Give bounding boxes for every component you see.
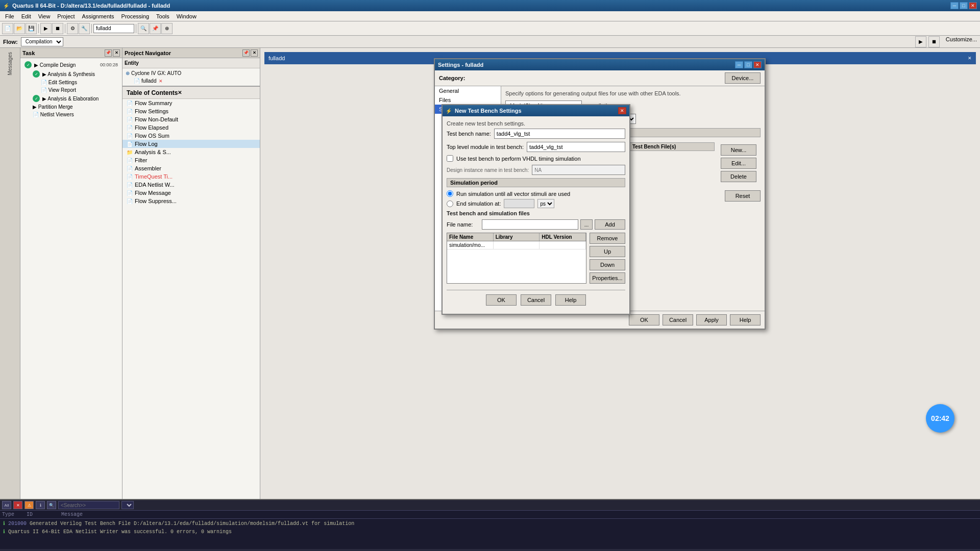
sim-end-unit[interactable]: ps [537, 199, 554, 208]
pin-btn[interactable]: 📌 [150, 23, 161, 34]
delete-tb-button[interactable]: Delete [721, 171, 756, 182]
help-button[interactable]: Help [555, 294, 586, 306]
toc-item-timequest[interactable]: 📄TimeQuest Ti... [122, 172, 260, 181]
task-panel-close[interactable]: ✕ [113, 49, 120, 57]
msg-info-btn[interactable]: ℹ [36, 501, 45, 509]
edit-tb-button[interactable]: Edit... [721, 158, 756, 169]
new-btn[interactable]: 📄 [2, 23, 13, 34]
design-instance-input[interactable] [532, 165, 625, 175]
minimize-button[interactable]: ─ [950, 2, 959, 9]
menu-tools[interactable]: Tools [153, 13, 173, 20]
toc-item-flow-settings[interactable]: 📄Flow Settings [122, 107, 260, 115]
settings-apply-btn[interactable]: Apply [696, 314, 727, 325]
settings-minimize[interactable]: ─ [735, 61, 743, 68]
toc-item-analysis[interactable]: 📁Analysis & S... [122, 148, 260, 156]
settings-cancel-btn[interactable]: Cancel [663, 314, 693, 325]
msg-search-input[interactable] [58, 501, 119, 509]
task-analysis-elab[interactable]: ✓ ▶ Analysis & Elaboration [22, 94, 120, 103]
stop-btn[interactable]: ⏹ [52, 23, 63, 34]
browse-button[interactable]: ... [580, 219, 593, 230]
vhdl-checkbox[interactable] [447, 155, 453, 162]
toc-item-filter[interactable]: 📄Filter [122, 156, 260, 164]
device-button[interactable]: Device... [725, 72, 761, 84]
project-search-input[interactable] [93, 24, 134, 33]
msg-warning-btn[interactable]: ⚠ [24, 501, 34, 509]
settings-ok-btn[interactable]: OK [629, 314, 659, 325]
file-table-row-0[interactable]: simulation/mo... [447, 241, 586, 249]
toc-item-flow-nondefault[interactable]: 📄Flow Non-Default [122, 115, 260, 123]
close-button[interactable]: ✕ [969, 2, 977, 9]
add-file-button[interactable]: Add [595, 219, 625, 230]
fulladd-close[interactable]: ✕ [968, 56, 972, 61]
project-navigator-title: Project Navigator [125, 50, 171, 56]
msg-all-btn[interactable]: All [2, 501, 11, 509]
reset-button[interactable]: Reset [725, 190, 761, 202]
msg-error-btn[interactable]: ✕ [13, 501, 22, 509]
settings-btn[interactable]: ⚙ [67, 23, 78, 34]
settings-close[interactable]: ✕ [753, 61, 762, 68]
settings-help-btn[interactable]: Help [730, 314, 761, 325]
save-btn[interactable]: 💾 [26, 23, 37, 34]
menu-processing[interactable]: Processing [118, 13, 152, 20]
flow-run-btn[interactable]: ▶ [915, 36, 926, 47]
toc-item-flow-msg[interactable]: 📄Flow Message [122, 189, 260, 197]
msg-search-combo[interactable] [121, 501, 134, 509]
menu-view[interactable]: View [35, 13, 54, 20]
device-btn[interactable]: 🔧 [79, 23, 90, 34]
bench-name-input[interactable] [494, 129, 625, 139]
sim-end-value[interactable] [504, 199, 534, 208]
tree-fulladd[interactable]: 📄 fulladd ✕ [124, 77, 259, 85]
flow-combo[interactable]: Compilation [21, 37, 63, 46]
task-netlist-viewers[interactable]: 📄 Netlist Viewers [22, 111, 120, 118]
remove-btn[interactable]: Remove [590, 233, 625, 244]
settings-category-label: Category: [439, 75, 465, 81]
task-view-report[interactable]: 📄 View Report [22, 86, 120, 94]
radio1[interactable] [447, 190, 453, 197]
flow-stop-btn[interactable]: ⏹ [928, 36, 940, 47]
zoom-in-btn[interactable]: 🔍 [138, 23, 149, 34]
toc-item-flow-suppress[interactable]: 📄Flow Suppress... [122, 197, 260, 205]
task-partition[interactable]: ▶ Partition Merge [22, 103, 120, 111]
cancel-button[interactable]: Cancel [521, 294, 551, 306]
radio2-label: End simulation at: [456, 201, 501, 207]
messages-tab-label[interactable]: Messages [6, 50, 14, 78]
task-analysis-synthesis[interactable]: ✓ ▶ Analysis & Synthesis [22, 69, 120, 79]
ok-button[interactable]: OK [486, 294, 517, 306]
menu-assignments[interactable]: Assignments [79, 13, 117, 20]
down-btn[interactable]: Down [590, 259, 625, 270]
maximize-button[interactable]: □ [960, 2, 968, 9]
toc-item-flow-summary[interactable]: 📄Flow Summary [122, 99, 260, 107]
toc-item-flow-os-sum[interactable]: 📄Flow OS Sum [122, 132, 260, 140]
top-module-input[interactable] [527, 142, 625, 152]
toc-item-eda-netlist[interactable]: 📄EDA Netlist W... [122, 181, 260, 189]
cat-general[interactable]: General [435, 86, 501, 95]
open-btn[interactable]: 📂 [14, 23, 25, 34]
compile-btn[interactable]: ▶ [40, 23, 52, 34]
up-btn[interactable]: Up [590, 246, 625, 257]
toc-item-flow-log[interactable]: 📄Flow Log [122, 140, 260, 148]
task-compile-design[interactable]: ✓ ▶ Compile Design 00:00:28 [22, 60, 120, 69]
task-panel-pin[interactable]: 📌 [105, 49, 112, 57]
nav-close-btn[interactable]: ✕ [251, 49, 258, 57]
new-tb-button[interactable]: New... [721, 144, 756, 156]
menu-edit[interactable]: Edit [18, 13, 34, 20]
cat-files[interactable]: Files [435, 95, 501, 105]
menu-project[interactable]: Project [54, 13, 78, 20]
menu-window[interactable]: Window [174, 13, 200, 20]
customize-label[interactable]: Customize... [946, 36, 977, 47]
menu-file[interactable]: File [2, 13, 17, 20]
toc-item-assembler[interactable]: 📄Assembler [122, 164, 260, 172]
copy-btn[interactable]: ⊕ [161, 23, 173, 34]
toc-close-btn[interactable]: ✕ [178, 90, 182, 95]
nav-pin-btn[interactable]: 📌 [242, 49, 250, 57]
msg-filter-btn[interactable]: 🔍 [47, 501, 56, 509]
settings-maximize[interactable]: □ [744, 61, 752, 68]
new-tb-close-btn[interactable]: ✕ [618, 107, 626, 114]
radio2[interactable] [447, 201, 453, 207]
properties-btn[interactable]: Properties... [590, 272, 625, 284]
tree-device[interactable]: ⊕ Cyclone IV GX: AUTO [124, 69, 259, 77]
file-name-input[interactable] [482, 219, 578, 230]
task-edit-settings[interactable]: 📄 Edit Settings [22, 79, 120, 86]
radio2-row: End simulation at: ps [447, 199, 625, 208]
toc-item-flow-elapsed[interactable]: 📄Flow Elapsed [122, 123, 260, 132]
